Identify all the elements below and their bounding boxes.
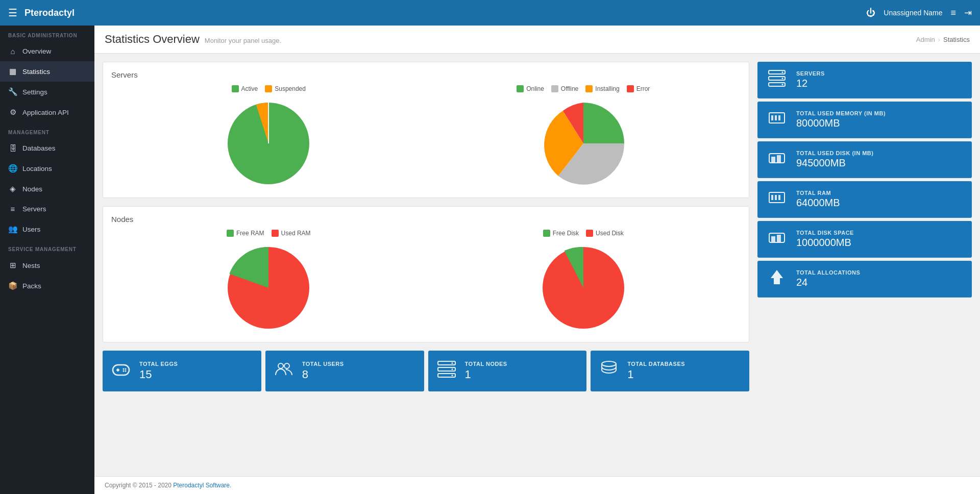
sidebar-item-settings[interactable]: 🔧 Settings [0,82,94,102]
sidebar-item-nodes[interactable]: ◈ Nodes [0,179,94,199]
breadcrumb-admin: Admin [916,36,935,43]
svg-point-16 [451,362,453,364]
eggs-label: TOTAL EGGS [139,361,178,367]
sidebar: Basic Administration ⌂ Overview ▦ Statis… [0,26,94,494]
database-icon: 🗄 [8,144,17,153]
svg-point-17 [451,368,453,370]
users-label: TOTAL USERS [302,361,344,367]
used-memory-label: TOTAL USED MEMORY (IN MB) [796,110,886,116]
eggs-value: 15 [139,368,178,381]
servers-active-pie [223,97,314,189]
home-icon: ⌂ [8,47,17,56]
databases-value: 1 [627,368,685,381]
sidebar-item-application-api[interactable]: ⚙ Application API [0,102,94,122]
svg-point-12 [284,363,289,368]
power-icon[interactable]: ⏻ [866,8,875,18]
sidebar-label-databases: Databases [22,144,56,152]
stat-card-total-disk: TOTAL DISK SPACE 1000000MB [757,221,972,258]
legend-installing-dot [585,85,593,92]
servers-status-chart: Online Offline Installing [426,85,741,189]
nests-icon: ⊞ [8,261,17,270]
sidebar-item-overview[interactable]: ⌂ Overview [0,41,94,61]
servers-icon [766,69,788,91]
total-ram-label: TOTAL RAM [796,190,840,196]
servers-chart-title: Servers [111,70,741,79]
sidebar-item-users[interactable]: 👥 Users [0,219,94,239]
legend-error-label: Error [636,85,650,92]
stat-databases: TOTAL DATABASES 1 [591,351,749,391]
legend-online-label: Online [526,85,544,92]
legend-used-ram-label: Used RAM [281,230,311,237]
svg-point-7 [123,368,125,370]
svg-rect-31 [771,157,775,163]
disk-used-icon [766,149,788,170]
sidebar-item-statistics[interactable]: ▦ Statistics [0,61,94,82]
nodes-disk-chart: Free Disk Used Disk [426,230,741,334]
servers-status-pie [537,97,629,189]
svg-rect-29 [778,115,780,120]
svg-point-19 [602,361,616,366]
nodes-icon: ◈ [8,184,17,193]
users-value: 8 [302,368,344,381]
legend-installing-label: Installing [595,85,619,92]
app-brand: Pterodactyl [24,8,75,18]
used-memory-value: 80000MB [796,117,886,129]
allocations-value: 24 [796,277,860,288]
servers-active-chart: Active Suspended [111,85,426,189]
servers-stat-value: 12 [796,78,825,89]
servers-chart-row: Active Suspended [111,85,741,189]
sidebar-label-users: Users [22,226,40,233]
legend-online: Online [517,85,544,92]
sidebar-item-nests[interactable]: ⊞ Nests [0,255,94,276]
page-subtitle: Monitor your panel usage. [205,37,281,44]
svg-rect-34 [771,195,773,200]
servers-chart-card: Servers Active Suspende [103,62,749,198]
servers-status-legend: Online Offline Installing [517,85,650,92]
hamburger-icon[interactable]: ☰ [8,7,17,19]
breadcrumb-current: Statistics [943,36,970,43]
svg-point-11 [278,363,283,368]
nodes-disk-legend: Free Disk Used Disk [543,230,624,237]
chart-icon: ▦ [8,67,17,76]
sidebar-label-statistics: Statistics [22,68,50,76]
svg-rect-35 [775,195,777,200]
servers-stat-label: SERVERS [796,70,825,77]
databases-label: TOTAL DATABASES [627,361,685,367]
sidebar-label-nodes: Nodes [22,185,42,193]
svg-rect-36 [778,195,780,200]
legend-free-disk-label: Free Disk [553,230,579,237]
legend-free-disk-dot [543,230,550,237]
legend-free-disk: Free Disk [543,230,579,237]
menu-list-icon[interactable]: ≡ [950,8,956,18]
page-title: Statistics Overview [105,33,200,46]
legend-used-disk-label: Used Disk [596,230,624,237]
svg-point-24 [782,78,783,79]
legend-used-disk-dot [586,230,593,237]
logout-icon[interactable]: ⇥ [964,7,972,18]
used-disk-label: TOTAL USED DISK (IN MB) [796,150,873,156]
sidebar-item-locations[interactable]: 🌐 Locations [0,158,94,179]
nodes-disk-pie [537,242,629,334]
legend-installing: Installing [585,85,619,92]
wrench-icon: 🔧 [8,87,17,96]
footer-text: Copyright © 2015 - 2020 [105,482,173,489]
used-disk-value: 945000MB [796,157,873,169]
sidebar-item-servers[interactable]: ≡ Servers [0,199,94,219]
packs-icon: 📦 [8,281,17,290]
servers-active-legend: Active Suspended [232,85,306,92]
footer-link[interactable]: Pterodactyl Software. [173,482,231,489]
total-ram-value: 64000MB [796,197,840,209]
legend-free-ram-label: Free RAM [236,230,264,237]
sidebar-section-service: Service Management [0,239,94,255]
allocations-label: TOTAL ALLOCATIONS [796,269,860,276]
server-icon: ≡ [8,205,17,213]
svg-rect-39 [777,235,781,242]
svg-rect-27 [771,115,773,120]
sidebar-item-packs[interactable]: 📦 Packs [0,276,94,296]
right-panel: SERVERS 12 TOTAL U [757,62,972,468]
memory-used-icon [766,109,788,131]
svg-point-8 [125,370,127,372]
nodes-ram-legend: Free RAM Used RAM [227,230,311,237]
legend-offline-label: Offline [561,85,578,92]
sidebar-item-databases[interactable]: 🗄 Databases [0,138,94,158]
